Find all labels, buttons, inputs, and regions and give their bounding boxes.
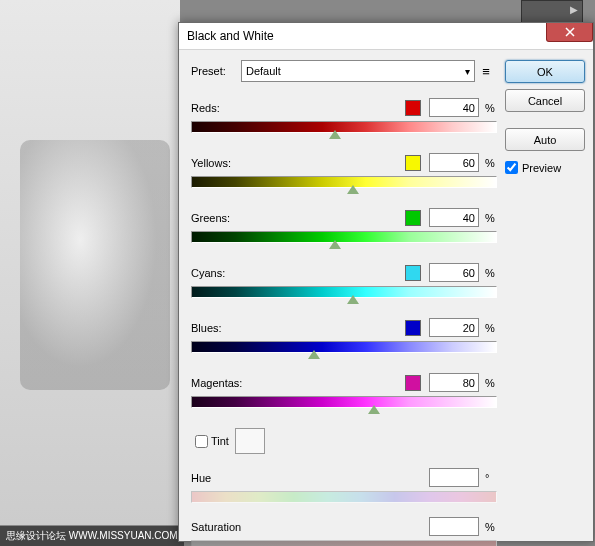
tint-label: Tint bbox=[211, 435, 229, 447]
slider-yellows[interactable] bbox=[191, 176, 497, 188]
preset-menu-icon[interactable]: ≡ bbox=[475, 64, 497, 79]
swatch-greens bbox=[405, 210, 421, 226]
swatch-magentas bbox=[405, 375, 421, 391]
percent-label: % bbox=[485, 157, 497, 169]
slider-label-greens: Greens: bbox=[191, 212, 405, 224]
slider-thumb-cyans[interactable] bbox=[347, 295, 359, 304]
slider-reds[interactable] bbox=[191, 121, 497, 133]
close-icon bbox=[565, 27, 575, 37]
hue-slider[interactable] bbox=[191, 491, 497, 503]
watermark-text: 思缘设计论坛 WWW.MISSYUAN.COM bbox=[0, 526, 184, 546]
hue-input[interactable] bbox=[429, 468, 479, 487]
value-input-blues[interactable] bbox=[429, 318, 479, 337]
saturation-unit: % bbox=[485, 521, 497, 533]
slider-label-reds: Reds: bbox=[191, 102, 405, 114]
swatch-yellows bbox=[405, 155, 421, 171]
slider-thumb-yellows[interactable] bbox=[347, 185, 359, 194]
value-input-magentas[interactable] bbox=[429, 373, 479, 392]
slider-magentas[interactable] bbox=[191, 396, 497, 408]
canvas-background bbox=[0, 0, 180, 525]
percent-label: % bbox=[485, 267, 497, 279]
slider-thumb-magentas[interactable] bbox=[368, 405, 380, 414]
slider-thumb-reds[interactable] bbox=[329, 130, 341, 139]
black-and-white-dialog: Black and White Preset: Default ≡ Reds: … bbox=[178, 22, 594, 542]
value-input-greens[interactable] bbox=[429, 208, 479, 227]
preset-dropdown[interactable]: Default bbox=[241, 60, 475, 82]
slider-greens[interactable] bbox=[191, 231, 497, 243]
saturation-label: Saturation bbox=[191, 521, 429, 533]
preview-checkbox[interactable] bbox=[505, 161, 518, 174]
slider-blues[interactable] bbox=[191, 341, 497, 353]
hue-label: Hue bbox=[191, 472, 429, 484]
tint-checkbox[interactable] bbox=[195, 435, 208, 448]
hue-unit: ° bbox=[485, 472, 497, 484]
value-input-yellows[interactable] bbox=[429, 153, 479, 172]
slider-cyans[interactable] bbox=[191, 286, 497, 298]
percent-label: % bbox=[485, 377, 497, 389]
dialog-titlebar[interactable]: Black and White bbox=[179, 23, 593, 50]
preset-value: Default bbox=[246, 65, 281, 77]
swatch-reds bbox=[405, 100, 421, 116]
cancel-button[interactable]: Cancel bbox=[505, 89, 585, 112]
percent-label: % bbox=[485, 322, 497, 334]
value-input-cyans[interactable] bbox=[429, 263, 479, 282]
slider-label-magentas: Magentas: bbox=[191, 377, 405, 389]
saturation-input[interactable] bbox=[429, 517, 479, 536]
percent-label: % bbox=[485, 212, 497, 224]
swatch-cyans bbox=[405, 265, 421, 281]
ok-button[interactable]: OK bbox=[505, 60, 585, 83]
dialog-title: Black and White bbox=[187, 29, 274, 43]
slider-label-yellows: Yellows: bbox=[191, 157, 405, 169]
slider-label-cyans: Cyans: bbox=[191, 267, 405, 279]
value-input-reds[interactable] bbox=[429, 98, 479, 117]
preset-label: Preset: bbox=[191, 65, 241, 77]
slider-thumb-greens[interactable] bbox=[329, 240, 341, 249]
preview-label: Preview bbox=[522, 162, 561, 174]
slider-thumb-blues[interactable] bbox=[308, 350, 320, 359]
tint-swatch[interactable] bbox=[235, 428, 265, 454]
auto-button[interactable]: Auto bbox=[505, 128, 585, 151]
close-button[interactable] bbox=[546, 23, 593, 42]
saturation-slider[interactable] bbox=[191, 540, 497, 546]
swatch-blues bbox=[405, 320, 421, 336]
slider-label-blues: Blues: bbox=[191, 322, 405, 334]
panel-fragment bbox=[521, 0, 583, 24]
percent-label: % bbox=[485, 102, 497, 114]
